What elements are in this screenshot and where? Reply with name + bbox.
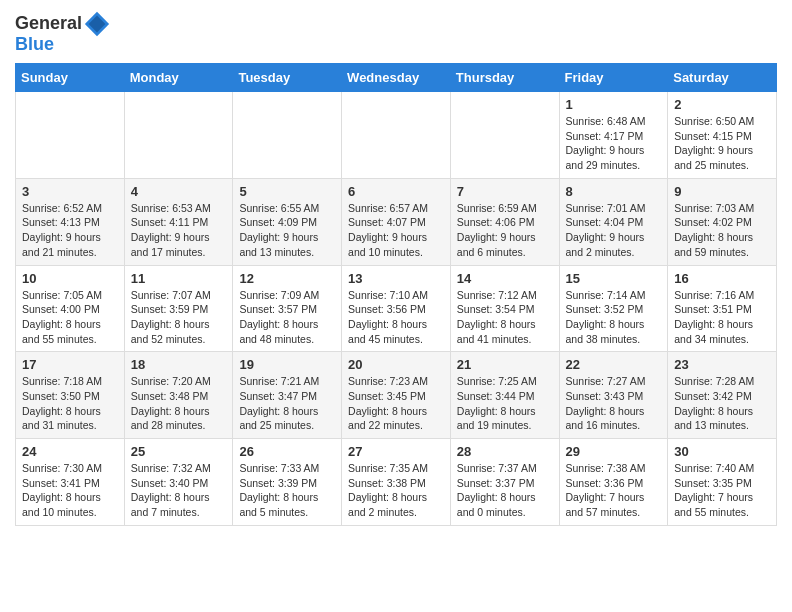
calendar-cell: 29Sunrise: 7:38 AM Sunset: 3:36 PM Dayli… — [559, 439, 668, 526]
week-row-1: 1Sunrise: 6:48 AM Sunset: 4:17 PM Daylig… — [16, 92, 777, 179]
calendar-table: SundayMondayTuesdayWednesdayThursdayFrid… — [15, 63, 777, 526]
day-number: 11 — [131, 271, 227, 286]
calendar-cell — [16, 92, 125, 179]
calendar-cell: 28Sunrise: 7:37 AM Sunset: 3:37 PM Dayli… — [450, 439, 559, 526]
day-number: 20 — [348, 357, 444, 372]
day-info: Sunrise: 6:52 AM Sunset: 4:13 PM Dayligh… — [22, 201, 118, 260]
day-info: Sunrise: 7:18 AM Sunset: 3:50 PM Dayligh… — [22, 374, 118, 433]
day-info: Sunrise: 6:55 AM Sunset: 4:09 PM Dayligh… — [239, 201, 335, 260]
day-number: 3 — [22, 184, 118, 199]
day-number: 27 — [348, 444, 444, 459]
calendar-cell: 18Sunrise: 7:20 AM Sunset: 3:48 PM Dayli… — [124, 352, 233, 439]
day-number: 6 — [348, 184, 444, 199]
weekday-header-tuesday: Tuesday — [233, 64, 342, 92]
day-number: 4 — [131, 184, 227, 199]
day-info: Sunrise: 7:10 AM Sunset: 3:56 PM Dayligh… — [348, 288, 444, 347]
day-info: Sunrise: 7:33 AM Sunset: 3:39 PM Dayligh… — [239, 461, 335, 520]
day-info: Sunrise: 6:57 AM Sunset: 4:07 PM Dayligh… — [348, 201, 444, 260]
day-info: Sunrise: 7:03 AM Sunset: 4:02 PM Dayligh… — [674, 201, 770, 260]
day-info: Sunrise: 7:01 AM Sunset: 4:04 PM Dayligh… — [566, 201, 662, 260]
calendar-cell: 1Sunrise: 6:48 AM Sunset: 4:17 PM Daylig… — [559, 92, 668, 179]
day-info: Sunrise: 7:14 AM Sunset: 3:52 PM Dayligh… — [566, 288, 662, 347]
day-number: 2 — [674, 97, 770, 112]
calendar-cell: 9Sunrise: 7:03 AM Sunset: 4:02 PM Daylig… — [668, 178, 777, 265]
day-number: 30 — [674, 444, 770, 459]
calendar-cell — [450, 92, 559, 179]
day-info: Sunrise: 7:05 AM Sunset: 4:00 PM Dayligh… — [22, 288, 118, 347]
day-number: 9 — [674, 184, 770, 199]
week-row-2: 3Sunrise: 6:52 AM Sunset: 4:13 PM Daylig… — [16, 178, 777, 265]
calendar-cell — [342, 92, 451, 179]
calendar-cell: 15Sunrise: 7:14 AM Sunset: 3:52 PM Dayli… — [559, 265, 668, 352]
day-number: 26 — [239, 444, 335, 459]
day-number: 29 — [566, 444, 662, 459]
day-number: 8 — [566, 184, 662, 199]
day-info: Sunrise: 7:25 AM Sunset: 3:44 PM Dayligh… — [457, 374, 553, 433]
day-info: Sunrise: 6:53 AM Sunset: 4:11 PM Dayligh… — [131, 201, 227, 260]
calendar-cell: 8Sunrise: 7:01 AM Sunset: 4:04 PM Daylig… — [559, 178, 668, 265]
day-info: Sunrise: 7:21 AM Sunset: 3:47 PM Dayligh… — [239, 374, 335, 433]
logo: General Blue — [15, 10, 112, 55]
day-info: Sunrise: 7:16 AM Sunset: 3:51 PM Dayligh… — [674, 288, 770, 347]
day-info: Sunrise: 7:38 AM Sunset: 3:36 PM Dayligh… — [566, 461, 662, 520]
day-info: Sunrise: 7:23 AM Sunset: 3:45 PM Dayligh… — [348, 374, 444, 433]
day-info: Sunrise: 7:09 AM Sunset: 3:57 PM Dayligh… — [239, 288, 335, 347]
calendar-cell: 30Sunrise: 7:40 AM Sunset: 3:35 PM Dayli… — [668, 439, 777, 526]
day-number: 1 — [566, 97, 662, 112]
week-row-3: 10Sunrise: 7:05 AM Sunset: 4:00 PM Dayli… — [16, 265, 777, 352]
calendar-cell: 14Sunrise: 7:12 AM Sunset: 3:54 PM Dayli… — [450, 265, 559, 352]
calendar-cell: 19Sunrise: 7:21 AM Sunset: 3:47 PM Dayli… — [233, 352, 342, 439]
weekday-header-thursday: Thursday — [450, 64, 559, 92]
calendar-cell: 27Sunrise: 7:35 AM Sunset: 3:38 PM Dayli… — [342, 439, 451, 526]
calendar-cell: 25Sunrise: 7:32 AM Sunset: 3:40 PM Dayli… — [124, 439, 233, 526]
day-info: Sunrise: 7:20 AM Sunset: 3:48 PM Dayligh… — [131, 374, 227, 433]
calendar-cell: 4Sunrise: 6:53 AM Sunset: 4:11 PM Daylig… — [124, 178, 233, 265]
calendar-cell: 20Sunrise: 7:23 AM Sunset: 3:45 PM Dayli… — [342, 352, 451, 439]
weekday-header-row: SundayMondayTuesdayWednesdayThursdayFrid… — [16, 64, 777, 92]
calendar-cell: 6Sunrise: 6:57 AM Sunset: 4:07 PM Daylig… — [342, 178, 451, 265]
calendar-cell: 10Sunrise: 7:05 AM Sunset: 4:00 PM Dayli… — [16, 265, 125, 352]
calendar-cell: 16Sunrise: 7:16 AM Sunset: 3:51 PM Dayli… — [668, 265, 777, 352]
day-number: 24 — [22, 444, 118, 459]
day-info: Sunrise: 7:12 AM Sunset: 3:54 PM Dayligh… — [457, 288, 553, 347]
calendar-cell — [124, 92, 233, 179]
calendar-cell: 2Sunrise: 6:50 AM Sunset: 4:15 PM Daylig… — [668, 92, 777, 179]
calendar-cell: 26Sunrise: 7:33 AM Sunset: 3:39 PM Dayli… — [233, 439, 342, 526]
day-number: 19 — [239, 357, 335, 372]
day-number: 16 — [674, 271, 770, 286]
week-row-5: 24Sunrise: 7:30 AM Sunset: 3:41 PM Dayli… — [16, 439, 777, 526]
calendar-cell: 7Sunrise: 6:59 AM Sunset: 4:06 PM Daylig… — [450, 178, 559, 265]
day-info: Sunrise: 7:30 AM Sunset: 3:41 PM Dayligh… — [22, 461, 118, 520]
page-header: General Blue — [15, 10, 777, 55]
day-number: 14 — [457, 271, 553, 286]
day-number: 18 — [131, 357, 227, 372]
calendar-cell: 3Sunrise: 6:52 AM Sunset: 4:13 PM Daylig… — [16, 178, 125, 265]
weekday-header-friday: Friday — [559, 64, 668, 92]
day-number: 23 — [674, 357, 770, 372]
day-info: Sunrise: 6:59 AM Sunset: 4:06 PM Dayligh… — [457, 201, 553, 260]
day-info: Sunrise: 7:40 AM Sunset: 3:35 PM Dayligh… — [674, 461, 770, 520]
day-number: 28 — [457, 444, 553, 459]
day-number: 21 — [457, 357, 553, 372]
day-number: 22 — [566, 357, 662, 372]
logo-general: General — [15, 13, 82, 33]
calendar-cell: 11Sunrise: 7:07 AM Sunset: 3:59 PM Dayli… — [124, 265, 233, 352]
day-info: Sunrise: 7:28 AM Sunset: 3:42 PM Dayligh… — [674, 374, 770, 433]
calendar-cell: 12Sunrise: 7:09 AM Sunset: 3:57 PM Dayli… — [233, 265, 342, 352]
day-info: Sunrise: 7:35 AM Sunset: 3:38 PM Dayligh… — [348, 461, 444, 520]
day-info: Sunrise: 6:50 AM Sunset: 4:15 PM Dayligh… — [674, 114, 770, 173]
calendar-cell: 23Sunrise: 7:28 AM Sunset: 3:42 PM Dayli… — [668, 352, 777, 439]
day-info: Sunrise: 7:37 AM Sunset: 3:37 PM Dayligh… — [457, 461, 553, 520]
calendar-cell: 5Sunrise: 6:55 AM Sunset: 4:09 PM Daylig… — [233, 178, 342, 265]
weekday-header-saturday: Saturday — [668, 64, 777, 92]
calendar-cell: 17Sunrise: 7:18 AM Sunset: 3:50 PM Dayli… — [16, 352, 125, 439]
calendar-cell — [233, 92, 342, 179]
day-info: Sunrise: 7:07 AM Sunset: 3:59 PM Dayligh… — [131, 288, 227, 347]
day-number: 7 — [457, 184, 553, 199]
calendar-cell: 13Sunrise: 7:10 AM Sunset: 3:56 PM Dayli… — [342, 265, 451, 352]
weekday-header-monday: Monday — [124, 64, 233, 92]
day-info: Sunrise: 7:32 AM Sunset: 3:40 PM Dayligh… — [131, 461, 227, 520]
calendar-cell: 22Sunrise: 7:27 AM Sunset: 3:43 PM Dayli… — [559, 352, 668, 439]
day-number: 10 — [22, 271, 118, 286]
day-number: 15 — [566, 271, 662, 286]
